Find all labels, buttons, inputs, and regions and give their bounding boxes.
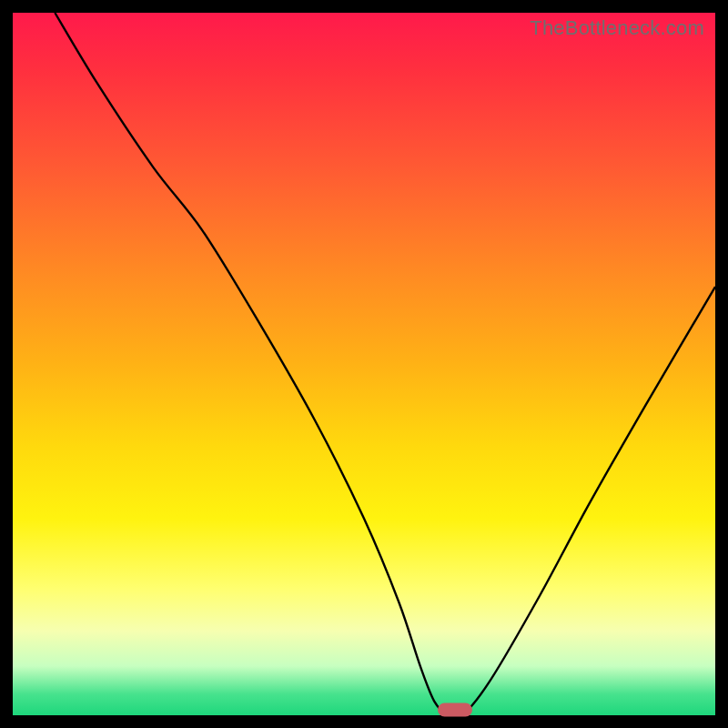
- bottleneck-curve: [13, 13, 715, 715]
- chart-container: TheBottleneck.com: [0, 0, 728, 728]
- plot-area: TheBottleneck.com: [13, 13, 715, 715]
- optimum-marker: [438, 703, 472, 717]
